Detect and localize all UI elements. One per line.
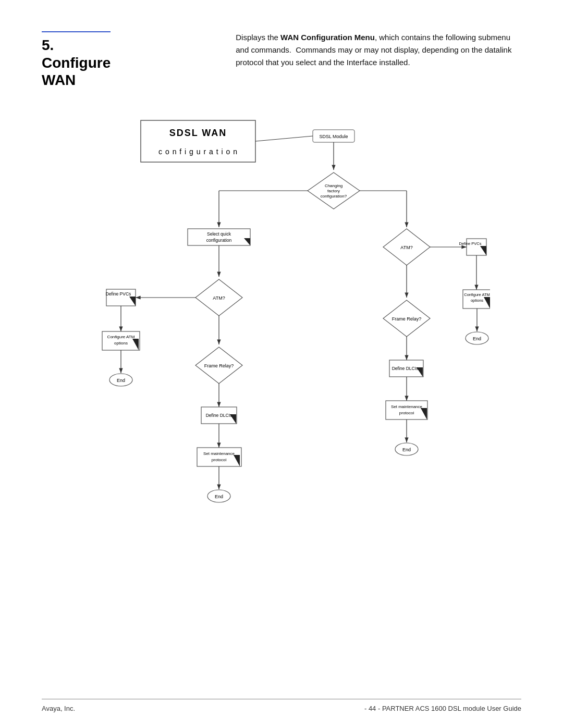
set-maint-right-label1: Set maintenance [391,404,423,409]
define-dlcis-middle-label: Define DLCIs [206,413,232,418]
set-maint-middle-label1: Set maintenance [203,451,235,456]
select-quick-label1: Select quick [207,231,231,237]
set-maint-right-label2: protocol [399,411,414,415]
end-middle-right-label: End [402,447,411,452]
atm-left-label: ATM? [213,295,225,301]
footer-guide: - 44 - PARTNER ACS 1600 DSL module User … [364,705,521,712]
configure-atm-right-label2: options [471,298,483,303]
configure-atm-left-label2: options [114,341,128,346]
flowchart-svg: SDSL WAN c o n f i g u r a t i o n SDSL … [73,115,490,584]
footer: Avaya, Inc. - 44 - PARTNER ACS 1600 DSL … [42,699,521,712]
define-pvcs-right-label1: Define PVCs [459,241,482,246]
sdsl-title1: SDSL WAN [169,128,227,138]
frame-relay-left-label: Frame Relay? [204,363,234,368]
define-pvcs-left-label: Define PVCs [106,291,131,297]
configure-atm-left-label1: Configure ATM [107,335,135,339]
sdsl-box [141,120,255,162]
set-maint-middle-label2: protocol [212,458,227,462]
frame-relay-right-label: Frame Relay? [392,316,422,322]
set-maint-right-node [386,401,427,419]
section-header: 5. ConfigureWAN Displays the WAN Configu… [42,31,521,94]
select-quick-label2: configuration [206,238,232,243]
changing-factory-label2: factory [327,189,340,193]
define-dlcis-right-label: Define DLCIs [392,366,419,371]
changing-factory-label1: Changing [325,183,342,188]
end-far-left-label: End [117,378,125,383]
sdsl-module-label: SDSL Module [319,134,348,139]
sdsl-title2: c o n f i g u r a t i o n [158,147,238,156]
page: 5. ConfigureWAN Displays the WAN Configu… [0,0,563,728]
end-middle-label: End [215,494,223,499]
section-title-bar: 5. ConfigureWAN [42,31,111,89]
end-right-label: End [473,336,481,341]
footer-company: Avaya, Inc. [42,705,75,712]
atm-right-label: ATM? [400,245,412,250]
section-title: 5. ConfigureWAN [42,36,111,89]
arrow-sdslbox-to-module [255,136,313,141]
configure-atm-right-label1: Configure ATM [464,292,489,297]
flowchart-container: SDSL WAN c o n f i g u r a t i o n SDSL … [73,115,490,584]
section-description: Displays the WAN Configuration Menu, whi… [236,31,521,69]
changing-factory-label3: configuration? [321,194,347,199]
